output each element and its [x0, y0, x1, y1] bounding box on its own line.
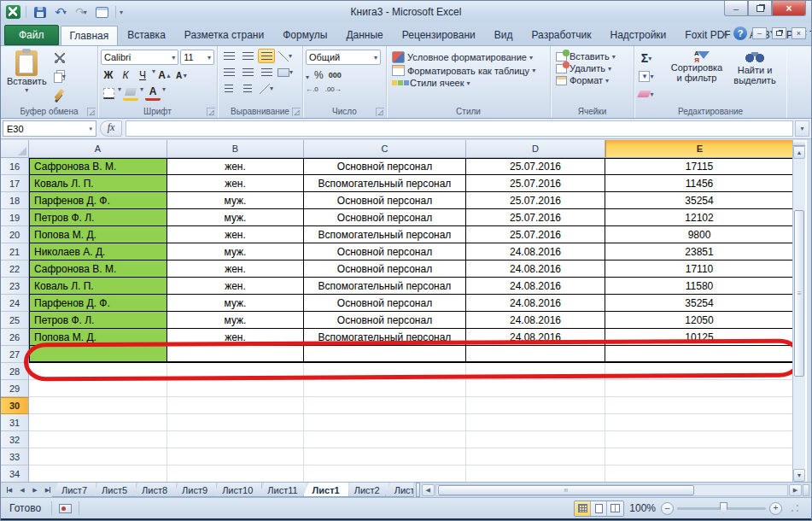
row-header-17[interactable]: 17 [1, 175, 29, 192]
decrease-indent-button[interactable] [220, 81, 237, 96]
close-button[interactable]: × [772, 1, 806, 16]
row-header-25[interactable]: 25 [1, 312, 29, 329]
cell-B21[interactable]: муж. [167, 243, 304, 260]
cell-B16[interactable]: жен. [167, 158, 304, 175]
row-header-30[interactable]: 30 [1, 397, 29, 414]
sheet-tab-2[interactable]: Лист5 [92, 483, 137, 497]
find-select-button[interactable]: Найти и выделить [727, 49, 782, 104]
fill-color-dropdown-icon[interactable]: ▾ [140, 85, 143, 101]
horizontal-scroll-thumb[interactable]: ≡ [438, 485, 694, 495]
cell-A31[interactable] [29, 414, 167, 431]
grow-font-button[interactable]: А▲ [157, 67, 172, 83]
macro-record-button[interactable] [59, 504, 72, 513]
sheet-tab-6[interactable]: Лист11 [258, 483, 307, 497]
cell-A19[interactable]: Петров Ф. Л. [29, 209, 167, 226]
cell-E30[interactable] [605, 397, 794, 414]
fill-color-button[interactable] [123, 85, 138, 101]
row-header-33[interactable]: 33 [1, 448, 29, 465]
cell-C24[interactable]: Основной персонал [304, 295, 466, 312]
cell-C18[interactable]: Основной персонал [304, 192, 466, 209]
restore-button[interactable] [748, 1, 772, 16]
formula-input[interactable] [126, 120, 793, 137]
window-resize-grip[interactable] [791, 504, 799, 512]
cell-E18[interactable]: 35254 [605, 192, 794, 209]
sheet-tab-3[interactable]: Лист8 [132, 483, 177, 497]
align-bottom-button[interactable] [258, 49, 275, 63]
row-header-26[interactable]: 26 [1, 329, 29, 346]
select-all-corner[interactable] [1, 140, 29, 158]
font-dialog-launcher[interactable]: ◿ [207, 108, 215, 116]
cell-E21[interactable]: 23851 [605, 243, 794, 260]
collapse-ribbon-button[interactable]: ∧ [722, 29, 728, 38]
cell-B20[interactable]: жен. [167, 226, 304, 243]
cell-E29[interactable] [605, 380, 794, 397]
cell-C23[interactable]: Вспомогательный персонал [304, 278, 466, 295]
vertical-scrollbar[interactable]: ▲ ≡ ▼ [792, 140, 805, 482]
ribbon-tab-9[interactable]: Разработчик [522, 25, 600, 45]
row-header-16[interactable]: 16 [1, 158, 29, 175]
sheet-tab-8[interactable]: Лист2 [345, 483, 389, 497]
cell-A33[interactable] [29, 448, 167, 465]
cell-E19[interactable]: 12102 [605, 209, 794, 226]
format-as-table-button[interactable]: Форматировать как таблицу ▾ [389, 64, 547, 77]
cell-C21[interactable]: Основной персонал [304, 243, 466, 260]
cell-E25[interactable]: 12050 [605, 312, 794, 329]
cell-C34[interactable] [304, 465, 466, 482]
row-header-20[interactable]: 20 [1, 226, 29, 243]
previous-sheet-button[interactable]: ◀ [16, 484, 28, 496]
cut-button[interactable] [50, 50, 69, 66]
cell-C30[interactable] [304, 397, 466, 414]
ribbon-tab-7[interactable]: Рецензировани [393, 25, 485, 45]
cell-C16[interactable]: Основной персонал [304, 158, 466, 175]
row-header-21[interactable]: 21 [1, 243, 29, 260]
clipboard-dialog-launcher[interactable]: ◿ [87, 108, 96, 116]
cell-B17[interactable]: жен. [167, 175, 304, 192]
zoom-out-button[interactable]: – [661, 502, 674, 515]
row-header-32[interactable]: 32 [1, 431, 29, 448]
cell-D29[interactable] [466, 380, 605, 397]
workbook-restore-button[interactable] [772, 27, 786, 39]
cell-D31[interactable] [466, 414, 605, 431]
cell-A21[interactable]: Николаев А. Д. [29, 243, 167, 260]
sort-filter-button[interactable]: АЯ Сортировка и фильтр [666, 49, 727, 104]
cell-B23[interactable]: жен. [167, 278, 304, 295]
number-dialog-launcher[interactable]: ◿ [376, 108, 384, 116]
scroll-left-button[interactable]: ◀ [422, 484, 435, 496]
column-header-C[interactable]: C [304, 140, 466, 158]
cell-A16[interactable]: Сафронова В. М. [29, 158, 167, 175]
copy-button[interactable]: ▾ [50, 68, 69, 84]
cell-C17[interactable]: Вспомогательный персонал [304, 175, 466, 192]
split-handle[interactable] [793, 140, 805, 146]
conditional-formatting-button[interactable]: Условное форматирование ▾ [389, 50, 547, 64]
ribbon-tab-4[interactable]: Разметка страни [175, 25, 273, 45]
sheet-tab-7[interactable]: Лист1 [303, 483, 349, 497]
align-top-button[interactable] [220, 49, 237, 63]
cell-A23[interactable]: Коваль Л. П. [29, 278, 167, 295]
expand-formula-bar-button[interactable]: ▾ [795, 120, 809, 137]
cell-B33[interactable] [167, 448, 304, 465]
cell-A22[interactable]: Сафронова В. М. [29, 260, 167, 278]
workbook-close-button[interactable]: × [792, 27, 806, 39]
horizontal-scrollbar[interactable]: ◀ ≡ ▶ [422, 483, 809, 496]
align-right-button[interactable] [258, 65, 275, 79]
last-sheet-button[interactable]: ▶ [42, 484, 54, 496]
cell-B24[interactable]: муж. [167, 295, 304, 312]
cell-A30[interactable] [29, 397, 167, 414]
cell-C22[interactable]: Основной персонал [304, 260, 466, 278]
page-layout-view-button[interactable] [591, 501, 607, 516]
bold-button[interactable]: Ж [101, 67, 116, 83]
accounting-format-button[interactable]: ▾ [306, 67, 309, 83]
format-cells-button[interactable]: Формат ▾ [553, 74, 631, 86]
merge-center-button[interactable]: ▾ [277, 65, 294, 79]
font-size-combo[interactable]: 11▾ [180, 50, 214, 65]
cell-B34[interactable] [167, 465, 304, 482]
cell-A17[interactable]: Коваль Л. П. [29, 175, 167, 192]
sheet-tab-9[interactable]: Лист [385, 483, 414, 497]
cell-A32[interactable] [29, 431, 167, 448]
italic-button[interactable]: К [118, 67, 133, 83]
cell-D33[interactable] [466, 448, 605, 465]
page-break-view-button[interactable] [607, 501, 623, 516]
cell-C33[interactable] [304, 448, 466, 465]
insert-function-button[interactable]: fx [100, 120, 122, 137]
zoom-in-button[interactable]: + [769, 502, 782, 515]
